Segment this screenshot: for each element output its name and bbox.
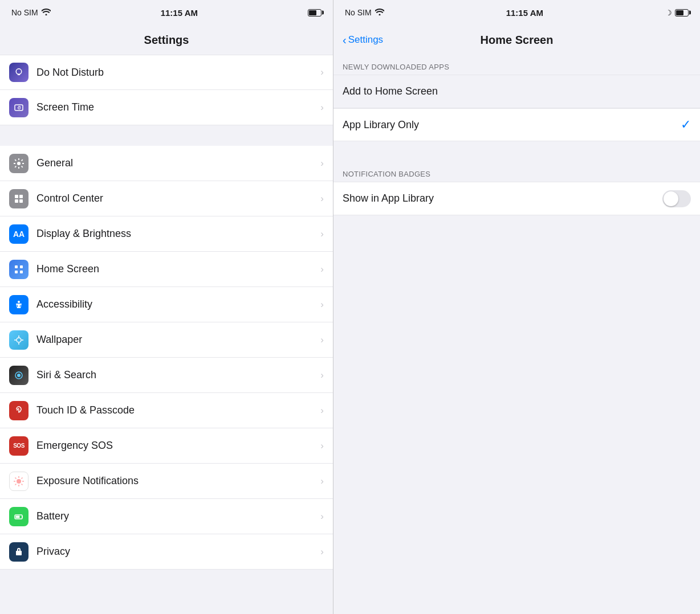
control-center-label: Control Center [36,193,320,204]
right-status-bar: No SIM 11:15 AM ☽ [333,0,700,25]
touch-id-label: Touch ID & Passcode [36,404,320,416]
settings-list: Do Not Disturb›⏱Screen Time›General›Cont… [0,55,333,614]
left-carrier-wifi: No SIM [11,8,51,17]
display-brightness-label: Display & Brightness [36,228,320,240]
touch-id-icon [9,401,29,420]
settings-item-battery[interactable]: Battery› [0,499,333,534]
settings-item-home-screen[interactable]: Home Screen› [0,252,333,287]
svg-rect-4 [19,195,23,198]
left-carrier: No SIM [11,8,38,17]
home-screen-nav: ‹ Settings Home Screen [333,25,700,55]
section-header-notification-badges: NOTIFICATION BADGES [333,162,700,182]
svg-rect-6 [19,199,23,203]
screen-time-label: Screen Time [36,101,320,113]
wallpaper-label: Wallpaper [36,334,320,346]
do-not-disturb-chevron-icon: › [320,67,324,78]
accessibility-chevron-icon: › [320,299,324,310]
right-time: 11:15 AM [506,8,543,18]
show-in-app-library-toggle-thumb [664,191,678,206]
svg-point-14 [17,374,21,377]
right-carrier-wifi: No SIM [345,8,384,17]
svg-point-15 [17,479,21,484]
svg-rect-5 [15,199,18,203]
emergency-sos-icon: SOS [9,436,29,456]
settings-item-privacy[interactable]: Privacy› [0,534,333,570]
settings-item-general[interactable]: General› [0,146,333,181]
control-center-chevron-icon: › [320,193,324,204]
emergency-sos-label: Emergency SOS [36,440,320,452]
settings-item-siri-search[interactable]: Siri & Search› [0,358,333,393]
touch-id-chevron-icon: › [320,405,324,416]
settings-item-control-center[interactable]: Control Center› [0,181,333,216]
do-not-disturb-icon [9,63,29,82]
screen-time-chevron-icon: › [320,102,324,113]
right-carrier: No SIM [345,8,372,17]
svg-rect-7 [15,265,18,268]
right-section-gap-0 [333,141,700,162]
privacy-icon [9,542,29,562]
show-in-app-library-toggle[interactable] [662,190,691,207]
privacy-chevron-icon: › [320,546,324,558]
exposure-chevron-icon: › [320,476,324,487]
back-button[interactable]: ‹ Settings [343,34,383,46]
options-group-notification-badges: Show in App Library [333,182,700,215]
accessibility-label: Accessibility [36,298,320,310]
screen-time-icon: ⏱ [9,98,29,117]
privacy-label: Privacy [36,546,320,558]
left-status-bar: No SIM 11:15 AM [0,0,333,25]
do-not-disturb-label: Do Not Disturb [36,67,320,79]
add-to-home-label: Add to Home Screen [343,85,691,97]
svg-rect-8 [20,265,23,268]
right-battery-icon [675,9,689,17]
right-status-icons: ☽ [665,9,689,17]
home-screen-icon [9,260,29,279]
settings-item-emergency-sos[interactable]: SOSEmergency SOS› [0,428,333,464]
home-screen-panel: No SIM 11:15 AM ☽ ‹ Settings Home Screen… [333,0,700,614]
right-moon-icon: ☽ [665,9,672,17]
wallpaper-icon [9,330,29,350]
battery-label: Battery [36,510,320,522]
settings-item-do-not-disturb[interactable]: Do Not Disturb› [0,55,333,90]
show-in-app-library-label: Show in App Library [343,193,662,204]
left-status-icons [308,9,321,17]
general-chevron-icon: › [320,158,324,169]
app-library-only-check-icon: ✓ [681,117,691,132]
back-chevron-icon: ‹ [343,34,347,46]
left-battery-icon [308,9,321,17]
right-wifi-icon [375,8,384,17]
home-screen-title: Home Screen [481,34,554,47]
left-wifi-icon [42,8,51,17]
settings-item-accessibility[interactable]: Accessibility› [0,287,333,322]
siri-search-chevron-icon: › [320,370,324,381]
back-label: Settings [348,34,383,46]
display-brightness-chevron-icon: › [320,228,324,240]
battery-chevron-icon: › [320,511,324,522]
option-add-to-home[interactable]: Add to Home Screen [333,75,700,108]
option-show-in-app-library[interactable]: Show in App Library [333,182,700,215]
settings-item-touch-id[interactable]: Touch ID & Passcode› [0,393,333,428]
svg-point-2 [17,162,21,165]
svg-rect-9 [15,271,18,273]
svg-point-12 [17,338,21,342]
settings-item-wallpaper[interactable]: Wallpaper› [0,322,333,358]
display-brightness-icon: AA [9,224,29,244]
svg-rect-17 [16,515,20,518]
siri-search-label: Siri & Search [36,369,320,381]
settings-item-exposure[interactable]: Exposure Notifications› [0,464,333,499]
home-screen-chevron-icon: › [320,264,324,275]
settings-header: Settings [0,25,333,55]
control-center-icon [9,189,29,208]
general-label: General [36,157,320,169]
settings-title: Settings [144,34,189,47]
svg-text:⏱: ⏱ [17,105,21,110]
option-app-library-only[interactable]: App Library Only✓ [333,108,700,141]
section-header-newly-downloaded: NEWLY DOWNLOADED APPS [333,55,700,75]
siri-search-icon [9,366,29,385]
left-time: 11:15 AM [161,8,198,18]
wallpaper-chevron-icon: › [320,334,324,346]
settings-item-screen-time[interactable]: ⏱Screen Time› [0,90,333,125]
settings-item-display-brightness[interactable]: AADisplay & Brightness› [0,216,333,252]
settings-panel: No SIM 11:15 AM Settings Do Not Disturb›… [0,0,333,614]
general-icon [9,154,29,173]
svg-rect-10 [20,271,23,273]
